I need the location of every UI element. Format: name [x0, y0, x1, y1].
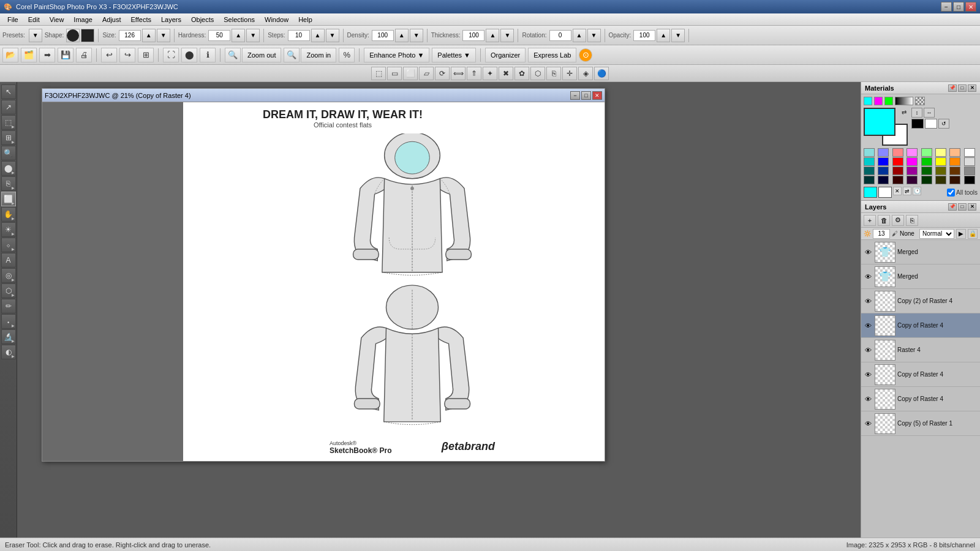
- layers-duplicate-btn[interactable]: ⎘: [906, 215, 918, 226]
- chromatic-btn[interactable]: ◈: [578, 67, 593, 80]
- online-btn[interactable]: ⊙: [579, 48, 592, 62]
- liquify-btn[interactable]: ✿: [514, 67, 529, 80]
- browse-btn[interactable]: 🗂️: [21, 48, 37, 62]
- mat-black-swatch[interactable]: [911, 119, 924, 129]
- mat-color-olive[interactable]: [935, 167, 946, 175]
- save-btn[interactable]: 💾: [58, 48, 74, 62]
- close-button[interactable]: ✕: [965, 2, 976, 12]
- zoom-in-button[interactable]: Zoom in: [301, 48, 336, 62]
- mat-color-gray-light[interactable]: [964, 157, 975, 166]
- size-input[interactable]: [119, 30, 141, 41]
- thickness-down-btn[interactable]: ▼: [500, 29, 514, 42]
- menu-layers[interactable]: Layers: [156, 15, 186, 24]
- photo-btn[interactable]: 🔵: [594, 67, 609, 80]
- layer-vis-3[interactable]: 👁: [863, 296, 873, 306]
- maximize-button[interactable]: □: [953, 2, 964, 12]
- menu-edit[interactable]: Edit: [23, 15, 45, 24]
- zoom-percent-btn[interactable]: %: [339, 48, 355, 62]
- layer-item-copy5-raster1[interactable]: 👁 Copy (5) of Raster 1: [861, 411, 980, 436]
- rotation-down-btn[interactable]: ▼: [587, 29, 601, 42]
- layer-item-merged-2[interactable]: 👁 👕 Merged: [861, 264, 980, 289]
- layer-vis-8[interactable]: 👁: [863, 419, 873, 429]
- open-file-btn[interactable]: 📂: [2, 48, 18, 62]
- tool-crop[interactable]: ⬚▶: [1, 115, 16, 130]
- materials-float-btn[interactable]: □: [958, 84, 967, 92]
- menu-selections[interactable]: Selections: [219, 15, 260, 24]
- tool-smudge[interactable]: ✋▶: [1, 207, 16, 222]
- layer-opacity-input[interactable]: [873, 229, 890, 239]
- all-tools-checkbox[interactable]: [947, 189, 955, 197]
- size-up-btn[interactable]: ▲: [142, 29, 156, 42]
- mat-background-btn[interactable]: [878, 187, 892, 198]
- opacity-down-btn[interactable]: ▼: [671, 29, 685, 42]
- mat-color-red[interactable]: [892, 157, 903, 166]
- tool-clone[interactable]: ⎘▶: [1, 176, 16, 191]
- color-swatch-3[interactable]: [884, 97, 893, 105]
- express-lab-button[interactable]: Express Lab: [528, 48, 576, 62]
- mat-flip-btn[interactable]: ↕: [911, 108, 922, 118]
- mat-color-white[interactable]: [964, 148, 975, 157]
- distort-btn[interactable]: ⬡: [530, 67, 545, 80]
- mat-color-yellow[interactable]: [935, 157, 946, 166]
- mat-reset-btn[interactable]: ↺: [938, 119, 949, 129]
- layers-pin-btn[interactable]: 📌: [948, 203, 957, 211]
- layer-vis-5[interactable]: 👁: [863, 345, 873, 355]
- mat-color-black-teal[interactable]: [864, 176, 875, 184]
- canvas-minimize-btn[interactable]: −: [570, 91, 580, 100]
- shape-square-btn[interactable]: [81, 29, 94, 42]
- layer-item-merged-1[interactable]: 👁 👕 Merged: [861, 240, 980, 264]
- layers-properties-btn[interactable]: ⚙: [892, 215, 904, 226]
- forward-btn[interactable]: ➡: [39, 48, 55, 62]
- tool-warp[interactable]: ◎▶: [1, 268, 16, 283]
- tool-color-group[interactable]: ◐▶: [1, 345, 16, 359]
- tool-brush[interactable]: ⬤▶: [1, 161, 16, 176]
- mat-recent-btn[interactable]: 🕐: [913, 187, 921, 195]
- tool-pointer[interactable]: ↗: [1, 100, 16, 114]
- size-down-btn[interactable]: ▼: [157, 29, 170, 42]
- layer-item-copy-raster4-3[interactable]: 👁 Copy of Raster 4: [861, 387, 980, 411]
- hardness-down-btn[interactable]: ▼: [246, 29, 260, 42]
- palettes-button[interactable]: Palettes ▼: [432, 48, 476, 62]
- zoom-glass-btn[interactable]: 🔍: [225, 48, 241, 62]
- warp-btn[interactable]: ✖: [499, 67, 513, 80]
- menu-view[interactable]: View: [45, 15, 69, 24]
- tool-dodge[interactable]: ☀▶: [1, 222, 16, 237]
- mat-color-blue[interactable]: [878, 157, 889, 166]
- thickness-up-btn[interactable]: ▲: [486, 29, 499, 42]
- zoom-out-button[interactable]: Zoom out: [242, 48, 281, 62]
- tool-arrow[interactable]: ↖: [1, 84, 16, 99]
- density-down-btn[interactable]: ▼: [410, 29, 423, 42]
- menu-help[interactable]: Help: [293, 15, 317, 24]
- layer-vis-7[interactable]: 👁: [863, 394, 873, 404]
- shape-circle-btn[interactable]: [66, 29, 80, 42]
- mat-color-blue-light[interactable]: [878, 148, 889, 157]
- opacity-up-btn[interactable]: ▲: [657, 29, 670, 42]
- menu-adjust[interactable]: Adjust: [97, 15, 126, 24]
- layers-delete-btn[interactable]: 🗑: [878, 215, 890, 226]
- mat-color-yellow-light[interactable]: [935, 148, 946, 157]
- menu-window[interactable]: Window: [260, 15, 293, 24]
- copy-merged-btn[interactable]: ⊞: [138, 48, 154, 62]
- density-up-btn[interactable]: ▲: [395, 29, 409, 42]
- mat-color-black[interactable]: [964, 176, 975, 184]
- layer-lock-all-btn[interactable]: 🔒: [968, 229, 978, 239]
- organizer-button[interactable]: Organizer: [485, 48, 526, 62]
- tool-fill[interactable]: ⬦▶: [1, 238, 16, 252]
- thickness-input[interactable]: [462, 30, 484, 41]
- tool-color-picker[interactable]: 🔬▶: [1, 329, 16, 344]
- layers-float-btn[interactable]: □: [958, 203, 967, 211]
- enhance-photo-button[interactable]: Enhance Photo ▼: [364, 48, 429, 62]
- mat-color-maroon[interactable]: [892, 167, 903, 175]
- mat-color-black-green[interactable]: [921, 176, 932, 184]
- layer-vis-4[interactable]: 👁: [863, 321, 873, 331]
- presets-dropdown[interactable]: ▼: [29, 29, 42, 42]
- clone-btn[interactable]: ⎘: [546, 67, 561, 80]
- mat-color-gray-dark[interactable]: [964, 167, 975, 175]
- steps-down-btn[interactable]: ▼: [326, 29, 339, 42]
- canvas-close-btn[interactable]: ✕: [592, 91, 602, 100]
- print-btn[interactable]: 🖨: [76, 48, 92, 62]
- layer-vis-1[interactable]: 👁: [863, 247, 873, 257]
- rect-select-btn[interactable]: ▭: [387, 67, 402, 80]
- lasso-select-btn[interactable]: ⬜: [403, 67, 418, 80]
- materials-close-btn[interactable]: ✕: [968, 84, 976, 92]
